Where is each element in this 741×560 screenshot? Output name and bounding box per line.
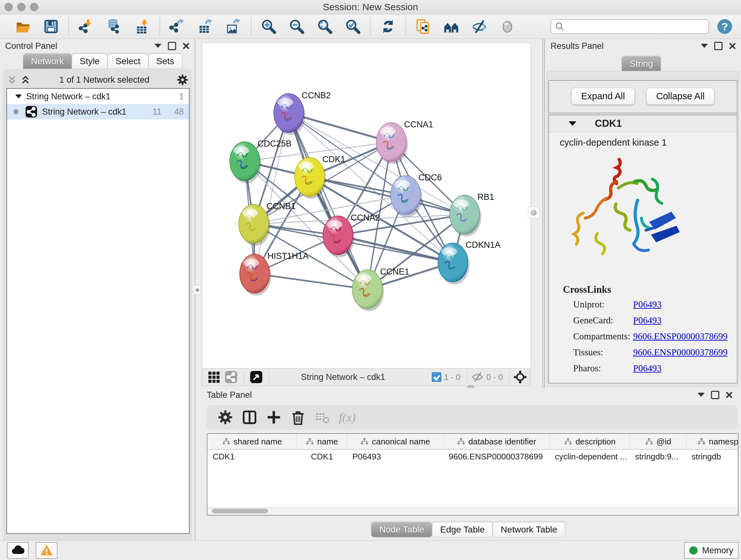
tab-edge-table[interactable]: Edge Table: [432, 522, 493, 537]
warning-button[interactable]: [36, 542, 57, 559]
zoom-selected-icon[interactable]: [345, 18, 361, 35]
table-cell[interactable]: cyclin-dependent ...: [550, 449, 630, 463]
node-CCNB1[interactable]: [239, 204, 270, 246]
tab-sets[interactable]: Sets: [148, 54, 182, 69]
export-table-icon[interactable]: [197, 18, 214, 35]
show-all-icon[interactable]: [499, 18, 516, 35]
zoom-in-icon[interactable]: [260, 18, 277, 35]
edge-CCNB2-HIST1H1A[interactable]: [255, 113, 289, 273]
left-splitter-handle[interactable]: [194, 285, 200, 295]
delete-icon[interactable]: [290, 409, 307, 426]
table-hscrollbar[interactable]: [207, 507, 738, 515]
node-CCNE1[interactable]: [352, 270, 384, 311]
search-box[interactable]: [550, 19, 709, 34]
section-expander-icon[interactable]: [569, 121, 576, 130]
tab-select[interactable]: Select: [108, 54, 148, 69]
column-header-canonical-name[interactable]: canonical name: [347, 434, 444, 449]
table-cell[interactable]: stringdb:9...: [630, 449, 686, 463]
refresh-layout-icon[interactable]: [380, 18, 396, 35]
node-CDK1[interactable]: [294, 158, 326, 199]
zoom-out-icon[interactable]: [288, 18, 305, 35]
column-header-name[interactable]: name: [297, 434, 347, 449]
column-header-namespace[interactable]: namespace: [686, 434, 738, 449]
tab-string[interactable]: String: [622, 56, 661, 71]
collapse-all-button[interactable]: Collapse All: [646, 88, 715, 105]
help-button[interactable]: ?: [718, 19, 732, 34]
column-header-description[interactable]: description: [550, 434, 630, 449]
node-CCNB2[interactable]: [274, 94, 306, 135]
edge-CCNA2-CDKN1A[interactable]: [338, 235, 453, 262]
birdseye-grid-icon[interactable]: [208, 371, 220, 383]
panel-menu-icon[interactable]: [697, 393, 704, 400]
cloud-button[interactable]: [7, 542, 29, 559]
network-graph[interactable]: CCNB2CCNA1CDC25BCDK1CDC6RB1CCNB1CCNA2CDK…: [202, 43, 531, 368]
network-collection-row[interactable]: String Network – cdk1 1: [7, 89, 189, 104]
splitter-handle[interactable]: [528, 207, 539, 219]
import-network-file-icon[interactable]: [78, 18, 94, 35]
column-header--id[interactable]: @id: [630, 434, 686, 449]
function-builder-icon[interactable]: f(x): [339, 410, 356, 424]
open-session-icon[interactable]: [15, 18, 31, 35]
panel-float-icon[interactable]: [711, 391, 719, 399]
share-view-icon[interactable]: [225, 371, 237, 383]
panel-float-icon[interactable]: [168, 42, 176, 50]
vertical-splitter[interactable]: [542, 39, 545, 388]
search-input[interactable]: [564, 21, 700, 32]
panel-float-icon[interactable]: [714, 42, 723, 50]
crosslink-link[interactable]: P06493: [633, 363, 662, 374]
export-network-icon[interactable]: [169, 18, 186, 35]
gear-icon[interactable]: [217, 409, 233, 426]
crosslink-link[interactable]: P06493: [633, 299, 662, 310]
edge-HIST1H1A-CCNE1[interactable]: [255, 273, 367, 289]
tab-node-table[interactable]: Node Table: [371, 522, 432, 537]
node-CCNA1[interactable]: [376, 123, 408, 164]
panel-close-icon[interactable]: [726, 391, 733, 398]
import-table-icon[interactable]: [134, 18, 151, 35]
table-cell[interactable]: stringdb: [686, 449, 738, 463]
export-view-icon[interactable]: [250, 371, 262, 383]
table-cell[interactable]: CDK1: [207, 449, 297, 463]
import-network-database-icon[interactable]: [106, 18, 123, 35]
panel-menu-icon[interactable]: [701, 44, 708, 51]
node-CDC6[interactable]: [391, 176, 422, 217]
memory-button[interactable]: Memory: [684, 542, 738, 559]
pan-crosshair-icon[interactable]: [514, 370, 527, 384]
clone-network-icon[interactable]: [415, 18, 431, 35]
table-hscrollbar-thumb[interactable]: [212, 509, 268, 513]
table-cell[interactable]: P06493: [347, 449, 444, 463]
tab-style[interactable]: Style: [72, 54, 108, 69]
tab-network[interactable]: Network: [23, 54, 72, 69]
delete-table-icon[interactable]: [314, 409, 331, 426]
export-image-icon[interactable]: [225, 18, 242, 35]
tree-expander-icon[interactable]: [15, 95, 22, 102]
tab-network-table[interactable]: Network Table: [493, 522, 565, 537]
node-RB1[interactable]: [450, 195, 481, 237]
crosslink-link[interactable]: 9606.ENSP00000378699: [633, 331, 728, 341]
panel-close-icon[interactable]: [183, 43, 190, 50]
hide-selected-icon[interactable]: [471, 18, 488, 35]
column-header-database-identifier[interactable]: database identifier: [444, 434, 550, 449]
hidden-eye-icon[interactable]: [471, 372, 484, 382]
expand-all-button[interactable]: Expand All: [571, 88, 635, 105]
node-HIST1H1A[interactable]: [240, 254, 271, 296]
node-CDKN1A[interactable]: [438, 243, 469, 285]
first-neighbors-icon[interactable]: [443, 18, 460, 35]
column-header-shared-name[interactable]: shared name: [207, 434, 297, 449]
add-icon[interactable]: [266, 409, 282, 426]
network-canvas[interactable]: CCNB2CCNA1CDC25BCDK1CDC6RB1CCNB1CCNA2CDK…: [202, 43, 531, 368]
columns-icon[interactable]: [241, 409, 258, 426]
save-session-icon[interactable]: [43, 18, 59, 35]
protein-section-header[interactable]: CDK1: [549, 115, 737, 132]
selected-checkbox-icon[interactable]: [432, 372, 441, 382]
crosslink-link[interactable]: 9606.ENSP00000378699: [633, 347, 728, 358]
table-cell[interactable]: 9606.ENSP00000378699: [444, 449, 550, 463]
crosslink-link[interactable]: P06493: [633, 315, 662, 326]
panel-menu-icon[interactable]: [154, 44, 161, 51]
network-row[interactable]: String Network – cdk1 11 48: [7, 104, 189, 119]
node-CCNA2[interactable]: [323, 216, 354, 257]
expand-all-icon[interactable]: [21, 75, 30, 84]
collapse-all-icon[interactable]: [8, 75, 17, 84]
edge-CCNB2-CCNE1[interactable]: [289, 113, 367, 289]
table-row[interactable]: CDK1CDK1P064939606.ENSP00000378699cyclin…: [207, 449, 738, 463]
table-cell[interactable]: CDK1: [297, 449, 347, 463]
